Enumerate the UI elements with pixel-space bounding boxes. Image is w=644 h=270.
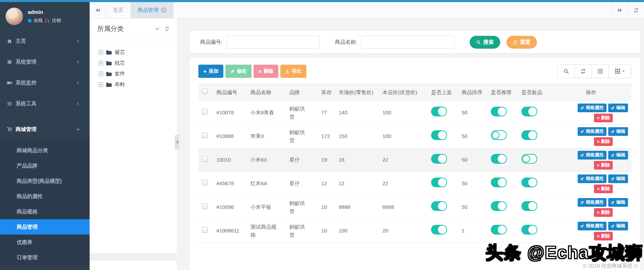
- reset-button[interactable]: 重置: [506, 36, 537, 49]
- new-product-toggle[interactable]: [521, 225, 537, 235]
- recommend-toggle[interactable]: [491, 225, 507, 235]
- tree-node[interactable]: +套件: [99, 68, 177, 79]
- column-header[interactable]: 本店价(供货价): [382, 89, 431, 97]
- recommend-toggle[interactable]: [491, 107, 507, 116]
- submenu-item[interactable]: 优惠券: [0, 235, 90, 250]
- table-columns-button[interactable]: [609, 65, 631, 78]
- collapse-panel-handle[interactable]: [175, 135, 179, 149]
- submenu-item[interactable]: 商品类型(商品模型): [0, 173, 90, 189]
- expand-node-icon[interactable]: +: [99, 82, 103, 87]
- tree-scrollbar-track[interactable]: [90, 253, 177, 261]
- search-button[interactable]: 搜索: [470, 36, 500, 49]
- row-delete-button[interactable]: ×删除: [594, 185, 613, 193]
- avatar[interactable]: [6, 8, 23, 25]
- submenu-item[interactable]: 产品品牌: [0, 158, 90, 173]
- product-name-input[interactable]: [361, 35, 454, 49]
- column-header[interactable]: 品牌: [289, 89, 321, 97]
- sidebar-item[interactable]: 商城管理: [0, 119, 90, 139]
- column-header[interactable]: 是否上架: [431, 89, 462, 97]
- submenu-item[interactable]: 商品规格: [0, 204, 90, 219]
- row-delete-button[interactable]: ×删除: [594, 161, 613, 170]
- row-edit-button[interactable]: 编辑: [608, 174, 628, 183]
- scroll-tabs-left-button[interactable]: [90, 2, 106, 18]
- row-edit-button[interactable]: 编辑: [608, 104, 628, 112]
- on-sale-toggle[interactable]: [431, 130, 447, 140]
- spec-attr-button[interactable]: 规格属性: [578, 127, 606, 136]
- sidebar-item[interactable]: 主页: [0, 31, 90, 51]
- row-checkbox[interactable]: [202, 180, 208, 186]
- sidebar-item[interactable]: 系统监控: [0, 72, 90, 93]
- submenu-item[interactable]: 商品管理: [0, 219, 90, 235]
- close-tab-icon[interactable]: ×: [161, 7, 166, 13]
- logout-icon[interactable]: [45, 18, 50, 23]
- logout-link[interactable]: 注销: [52, 17, 61, 24]
- tab-home[interactable]: 首页: [106, 2, 131, 18]
- table-view-list-button[interactable]: [592, 65, 609, 78]
- expand-node-icon[interactable]: +: [99, 72, 103, 76]
- new-product-toggle[interactable]: [521, 178, 537, 187]
- select-all-checkbox[interactable]: [202, 88, 208, 94]
- spec-attr-button[interactable]: 规格属性: [578, 104, 606, 112]
- column-header[interactable]: 商品排序: [462, 89, 491, 97]
- refresh-icon[interactable]: [165, 26, 170, 31]
- row-checkbox[interactable]: [202, 227, 208, 233]
- recommend-toggle[interactable]: [491, 201, 507, 211]
- submenu-item[interactable]: 订单管理: [0, 250, 90, 265]
- submenu-item[interactable]: 商品的属性: [0, 189, 90, 204]
- row-delete-button[interactable]: ×删除: [594, 114, 613, 122]
- add-button[interactable]: + 添加: [198, 65, 223, 78]
- recommend-toggle[interactable]: [491, 154, 507, 164]
- refresh-tab-button[interactable]: [628, 2, 644, 18]
- new-product-toggle[interactable]: [521, 107, 537, 116]
- row-edit-button[interactable]: 编辑: [608, 151, 628, 159]
- tree-node[interactable]: +布料: [99, 79, 177, 90]
- tree-node[interactable]: +枕芯: [99, 58, 177, 68]
- column-header[interactable]: 市场价(零售价): [339, 89, 382, 97]
- table-search-button[interactable]: [558, 65, 575, 78]
- on-sale-toggle[interactable]: [431, 178, 447, 187]
- on-sale-toggle[interactable]: [431, 201, 447, 211]
- edit-button[interactable]: 修改: [225, 65, 251, 78]
- tree-node[interactable]: +被芯: [99, 47, 177, 58]
- new-product-toggle[interactable]: [521, 201, 537, 211]
- sidebar-item[interactable]: 系统管理: [0, 51, 90, 72]
- submenu-item[interactable]: 商城商品分类: [0, 143, 90, 158]
- column-header[interactable]: 操作: [554, 89, 631, 97]
- spec-attr-button[interactable]: 规格属性: [578, 198, 606, 207]
- row-checkbox[interactable]: [202, 132, 208, 138]
- column-header[interactable]: 库存: [321, 89, 339, 97]
- sidebar-item[interactable]: 系统工具: [0, 93, 90, 114]
- expand-node-icon[interactable]: +: [99, 50, 103, 55]
- row-edit-button[interactable]: 编辑: [608, 127, 628, 136]
- table-refresh-button[interactable]: [575, 65, 592, 78]
- recommend-toggle[interactable]: [491, 178, 507, 187]
- on-sale-toggle[interactable]: [431, 107, 447, 116]
- spec-attr-button[interactable]: 规格属性: [578, 174, 606, 183]
- row-delete-button[interactable]: ×删除: [594, 208, 613, 217]
- tab-product-management[interactable]: 商品管理×: [131, 2, 174, 18]
- chevron-down-icon[interactable]: [155, 26, 160, 31]
- new-product-toggle[interactable]: [521, 154, 537, 164]
- expand-node-icon[interactable]: +: [99, 61, 103, 65]
- on-sale-toggle[interactable]: [431, 154, 447, 164]
- row-edit-button[interactable]: 编辑: [608, 222, 628, 230]
- row-delete-button[interactable]: ×删除: [594, 232, 613, 240]
- row-delete-button[interactable]: ×删除: [594, 137, 613, 146]
- row-checkbox[interactable]: [202, 203, 208, 209]
- export-button[interactable]: 导出: [280, 65, 306, 78]
- row-checkbox[interactable]: [202, 156, 208, 162]
- column-header[interactable]: 商品编号: [216, 89, 250, 97]
- new-product-toggle[interactable]: [521, 130, 537, 140]
- spec-attr-button[interactable]: 规格属性: [578, 151, 606, 159]
- column-header[interactable]: 商品名称: [250, 89, 289, 97]
- scroll-tabs-right-button[interactable]: [611, 2, 628, 18]
- product-code-input[interactable]: [226, 35, 320, 49]
- recommend-toggle[interactable]: [491, 130, 507, 140]
- row-checkbox[interactable]: [202, 109, 208, 115]
- spec-attr-button[interactable]: 规格属性: [578, 222, 606, 230]
- row-edit-button[interactable]: 编辑: [608, 198, 628, 207]
- on-sale-toggle[interactable]: [431, 225, 447, 235]
- delete-button[interactable]: × 删除: [254, 65, 278, 78]
- column-header[interactable]: 是否新品: [521, 89, 554, 97]
- column-header[interactable]: 是否推荐: [491, 89, 521, 97]
